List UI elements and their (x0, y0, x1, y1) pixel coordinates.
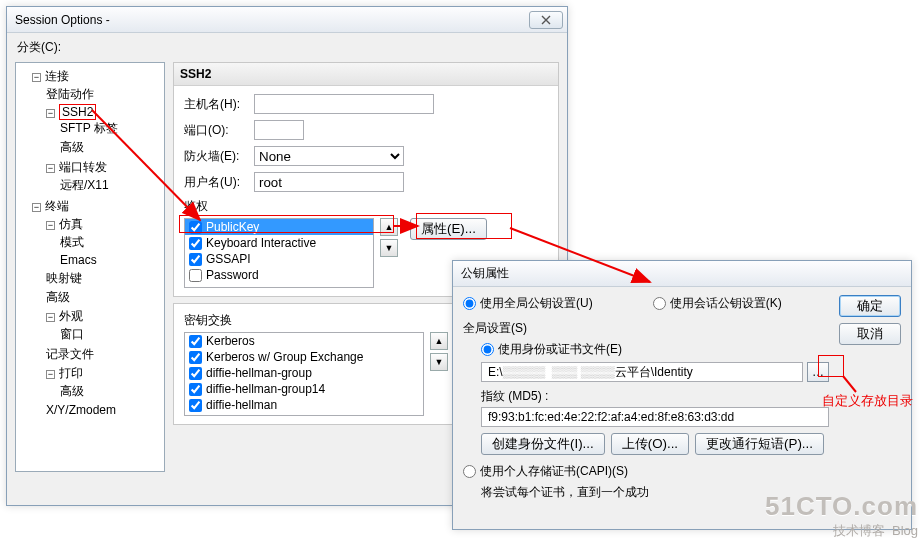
category-tree[interactable]: −连接 登陆动作 −SSH2 SFTP 标签 高级 −端口转发 远程/X11 (15, 62, 165, 472)
list-item[interactable]: GSSAPI (185, 251, 373, 267)
tree-node-ssh2[interactable]: −SSH2 SFTP 标签 高级 (46, 104, 162, 158)
window-title: Session Options - (15, 13, 110, 27)
auth-move-down-button[interactable]: ▼ (380, 239, 398, 257)
collapse-icon: − (46, 313, 55, 322)
tree-node-emacs[interactable]: Emacs (60, 252, 162, 268)
pk-cancel-button[interactable]: 取消 (839, 323, 901, 345)
username-input[interactable] (254, 172, 404, 192)
tree-node-terminal[interactable]: −终端 −仿真 模式 Emacs 映射键 高级 −外观 窗口 (32, 197, 162, 419)
list-item[interactable]: Password (185, 267, 373, 283)
list-item[interactable]: PublicKey (185, 219, 373, 235)
global-settings-label: 全局设置(S) (463, 320, 829, 337)
host-label: 主机名(H): (184, 96, 248, 113)
port-label: 端口(O): (184, 122, 248, 139)
pk-window-title: 公钥属性 (461, 265, 509, 282)
firewall-select[interactable]: None (254, 146, 404, 166)
list-item[interactable]: Keyboard Interactive (185, 235, 373, 251)
host-input[interactable] (254, 94, 434, 114)
port-input[interactable] (254, 120, 304, 140)
username-label: 用户名(U): (184, 174, 248, 191)
pk-ok-button[interactable]: 确定 (839, 295, 901, 317)
use-identity-radio[interactable]: 使用身份或证书文件(E) (481, 341, 829, 358)
pk-titlebar[interactable]: 公钥属性 (453, 261, 911, 287)
ssh2-header: SSH2 (174, 63, 558, 86)
change-passphrase-button[interactable]: 更改通行短语(P)... (695, 433, 824, 455)
kex-move-down-button[interactable]: ▼ (430, 353, 448, 371)
tree-node-connection[interactable]: −连接 登陆动作 −SSH2 SFTP 标签 高级 −端口转发 远程/X11 (32, 67, 162, 197)
list-item[interactable]: Kerberos (185, 333, 423, 349)
tree-node-login[interactable]: 登陆动作 (46, 85, 162, 104)
auth-methods-list[interactable]: PublicKeyKeyboard InteractiveGSSAPIPassw… (184, 218, 374, 288)
auth-move-up-button[interactable]: ▲ (380, 218, 398, 236)
kex-methods-list[interactable]: KerberosKerberos w/ Group Exchangediffie… (184, 332, 424, 416)
identity-path-input[interactable]: E:\ ▒▒▒▒▒ ▒▒▒ ▒▒▒▒ 云平台\Identity (481, 362, 803, 382)
tree-node-window[interactable]: 窗口 (60, 325, 162, 344)
create-identity-button[interactable]: 创建身份文件(I)... (481, 433, 605, 455)
close-button[interactable] (529, 11, 563, 29)
tree-node-emu[interactable]: −仿真 模式 Emacs (46, 215, 162, 269)
tree-node-remote-x11[interactable]: 远程/X11 (60, 176, 162, 195)
tree-node-sftp[interactable]: SFTP 标签 (60, 119, 162, 138)
watermark: 51CTO.com 技术博客 Blog (765, 491, 918, 540)
collapse-icon: − (32, 203, 41, 212)
tree-node-portfwd[interactable]: −端口转发 远程/X11 (46, 158, 162, 196)
tree-node-appearance[interactable]: −外观 窗口 (46, 307, 162, 345)
upload-button[interactable]: 上传(O)... (611, 433, 689, 455)
collapse-icon: − (46, 370, 55, 379)
browse-button[interactable]: … (807, 362, 829, 382)
tree-node-log[interactable]: 记录文件 (46, 345, 162, 364)
tree-node-advanced-ssh[interactable]: 高级 (60, 138, 162, 157)
collapse-icon: − (46, 109, 55, 118)
tree-node-advanced-print[interactable]: 高级 (60, 382, 162, 401)
auth-label: 鉴权 (184, 198, 548, 215)
fingerprint-label: 指纹 (MD5) : (481, 388, 829, 405)
tree-node-map[interactable]: 映射键 (46, 269, 162, 288)
use-capi-radio[interactable]: 使用个人存储证书(CAPI)(S) (463, 463, 829, 480)
kex-move-up-button[interactable]: ▲ (430, 332, 448, 350)
properties-button[interactable]: 属性(E)... (410, 218, 487, 240)
list-item[interactable]: diffie-hellman-group14 (185, 381, 423, 397)
fingerprint-value: f9:93:b1:fc:ed:4e:22:f2:af:a4:ed:8f:e8:6… (481, 407, 829, 427)
list-item[interactable]: diffie-hellman (185, 397, 423, 413)
tree-node-xyz[interactable]: X/Y/Zmodem (46, 402, 162, 418)
tree-node-advanced-term[interactable]: 高级 (46, 288, 162, 307)
collapse-icon: − (46, 221, 55, 230)
use-global-radio[interactable]: 使用全局公钥设置(U) (463, 295, 593, 312)
collapse-icon: − (46, 164, 55, 173)
tree-node-mode[interactable]: 模式 (60, 233, 162, 252)
collapse-icon: − (32, 73, 41, 82)
titlebar[interactable]: Session Options - (7, 7, 567, 33)
list-item[interactable]: Kerberos w/ Group Exchange (185, 349, 423, 365)
category-label: 分类(C): (7, 33, 567, 58)
close-icon (541, 15, 551, 25)
tree-node-print[interactable]: −打印 高级 (46, 364, 162, 402)
annotation-text: 自定义存放目录 (822, 392, 913, 410)
use-session-radio[interactable]: 使用会话公钥设置(K) (653, 295, 782, 312)
firewall-label: 防火墙(E): (184, 148, 248, 165)
list-item[interactable]: diffie-hellman-group (185, 365, 423, 381)
